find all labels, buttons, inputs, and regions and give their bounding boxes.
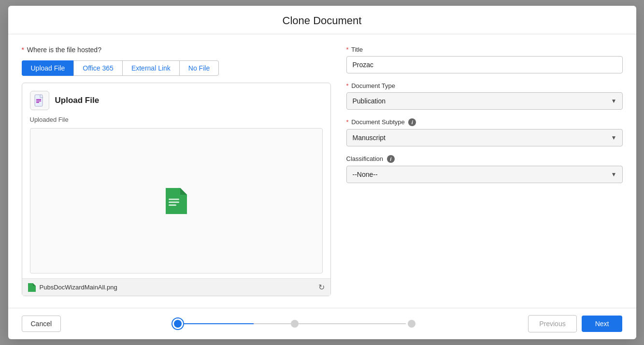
upload-file-icon xyxy=(34,94,45,107)
green-file-icon xyxy=(166,188,187,214)
cancel-button[interactable]: Cancel xyxy=(22,316,61,332)
doc-subtype-select[interactable]: Manuscript xyxy=(346,129,623,146)
classification-info-icon[interactable]: i xyxy=(387,155,395,163)
file-drop-area[interactable] xyxy=(30,128,323,273)
modal-overlay: Clone Document * Where is the file hoste… xyxy=(0,0,644,345)
tab-external-link[interactable]: External Link xyxy=(122,60,179,76)
progress-dot-1 xyxy=(174,320,182,328)
progress-dot-2 xyxy=(291,320,299,328)
next-button[interactable]: Next xyxy=(582,316,623,332)
svg-marker-9 xyxy=(28,283,36,292)
upload-icon-wrap xyxy=(30,91,49,110)
modal-footer: Cancel Previous Next xyxy=(8,308,636,339)
tab-office365[interactable]: Office 365 xyxy=(73,60,122,76)
svg-rect-8 xyxy=(169,204,176,206)
previous-button[interactable]: Previous xyxy=(528,315,576,332)
reload-icon[interactable]: ↻ xyxy=(318,283,325,292)
clone-document-modal: Clone Document * Where is the file hoste… xyxy=(8,6,636,339)
svg-rect-7 xyxy=(169,201,179,203)
modal-body: * Where is the file hosted? Upload File … xyxy=(8,34,636,308)
footer-nav: Previous Next xyxy=(528,315,622,332)
progress-track xyxy=(174,320,415,328)
upload-box-header: Upload File xyxy=(30,91,323,110)
required-mark: * xyxy=(22,46,24,54)
doc-subtype-label: * Document Subtype i xyxy=(346,118,623,126)
hosted-question-label: * Where is the file hosted? xyxy=(22,46,331,54)
svg-marker-5 xyxy=(180,188,187,195)
progress-dots xyxy=(174,320,415,328)
file-host-tabs: Upload File Office 365 External Link No … xyxy=(22,60,331,76)
right-panel: * Title * Document Type Publication xyxy=(346,46,623,296)
doc-subtype-select-wrap: Manuscript xyxy=(346,129,623,146)
svg-rect-6 xyxy=(169,199,179,200)
svg-marker-10 xyxy=(33,283,36,286)
file-footer-name: PubsDocWizardMainAll.png xyxy=(28,283,117,292)
classification-select-wrap: --None-- xyxy=(346,166,623,183)
uploaded-file-label: Uploaded File xyxy=(30,116,323,123)
doc-subtype-info-icon[interactable]: i xyxy=(408,118,416,126)
svg-rect-0 xyxy=(35,95,43,106)
upload-box-title: Upload File xyxy=(55,96,100,105)
tab-upload-file[interactable]: Upload File xyxy=(22,60,74,76)
classification-field-group: Classification i --None-- xyxy=(346,155,623,183)
upload-box: Upload File Uploaded File xyxy=(22,83,331,296)
doc-subtype-field-group: * Document Subtype i Manuscript xyxy=(346,118,623,146)
title-field-group: * Title xyxy=(346,46,623,73)
title-input[interactable] xyxy=(346,56,623,73)
doc-type-field-group: * Document Type Publication xyxy=(346,82,623,110)
doc-type-label: * Document Type xyxy=(346,82,623,89)
modal-title: Clone Document xyxy=(283,14,362,27)
file-preview xyxy=(166,188,187,214)
progress-dot-3 xyxy=(408,320,415,328)
modal-header: Clone Document xyxy=(8,6,636,34)
file-name-label: PubsDocWizardMainAll.png xyxy=(40,284,117,291)
file-footer: PubsDocWizardMainAll.png ↻ xyxy=(22,278,330,296)
tab-no-file[interactable]: No File xyxy=(179,60,219,76)
doc-type-select[interactable]: Publication xyxy=(346,92,623,110)
classification-label: Classification i xyxy=(346,155,623,163)
classification-select[interactable]: --None-- xyxy=(346,166,623,183)
file-footer-icon xyxy=(28,283,36,292)
title-label: * Title xyxy=(346,46,623,53)
left-panel: * Where is the file hosted? Upload File … xyxy=(22,46,331,296)
doc-type-select-wrap: Publication xyxy=(346,92,623,110)
